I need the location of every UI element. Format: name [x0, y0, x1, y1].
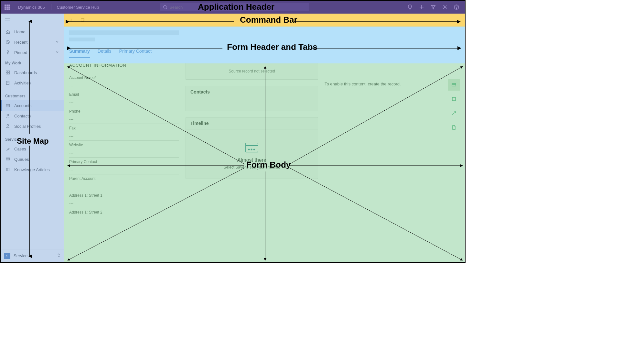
sitemap-item-home[interactable]: Home: [1, 27, 64, 37]
sitemap-group-customers: Customers: [1, 91, 64, 100]
svg-rect-22: [8, 71, 9, 72]
svg-rect-6: [5, 8, 6, 10]
right-tool-rail: [448, 79, 460, 133]
sitemap-item-social-profiles[interactable]: Social Profiles: [1, 121, 64, 131]
lightbulb-icon[interactable]: [404, 1, 416, 14]
field-label: Primary Contact: [69, 160, 179, 164]
right-column: To enable this content, create the recor…: [325, 63, 460, 257]
field-label: Email: [69, 92, 179, 97]
svg-rect-5: [8, 6, 10, 8]
svg-rect-8: [8, 8, 10, 10]
plus-icon[interactable]: [416, 1, 427, 14]
app-launcher-icon[interactable]: [1, 1, 14, 14]
svg-rect-1: [6, 5, 8, 6]
sitemap-item-pinned[interactable]: Pinned: [1, 47, 64, 58]
timeline-empty-icon: [244, 141, 259, 154]
field-label: Address 1: Street 2: [69, 210, 179, 215]
app-name-label[interactable]: Customer Service Hub: [53, 5, 102, 10]
field-phone[interactable]: Phone---: [69, 107, 179, 124]
search-input[interactable]: [169, 5, 306, 10]
field-label: Website: [69, 143, 179, 147]
timeline-title: Timeline: [186, 117, 318, 129]
field-parent-account[interactable]: Parent Account---: [69, 174, 179, 191]
svg-rect-21: [6, 71, 7, 72]
header-divider: [51, 4, 51, 10]
sitemap-item-cases[interactable]: Cases: [1, 144, 64, 154]
tab-details[interactable]: Details: [98, 47, 112, 58]
sitemap: HomeRecentPinned My WorkDashboardsActivi…: [1, 14, 64, 262]
contacts-card: Contacts: [186, 86, 318, 111]
sitemap-item-label: Knowledge Articles: [14, 167, 50, 172]
sitemap-item-label: Recent: [14, 40, 27, 45]
form-tabs: SummaryDetailsPrimary Contact: [69, 47, 460, 58]
field-value: ---: [69, 117, 179, 122]
open-in-new-icon[interactable]: [78, 15, 87, 25]
sitemap-item-dashboards[interactable]: Dashboards: [1, 67, 64, 78]
svg-rect-34: [81, 18, 84, 21]
field-email[interactable]: Email---: [69, 90, 179, 107]
rail-doc-icon[interactable]: [448, 122, 460, 133]
area-badge: S: [4, 253, 10, 259]
svg-rect-32: [6, 158, 10, 159]
tab-summary[interactable]: Summary: [69, 47, 90, 58]
field-label: Address 1: Street 1: [69, 193, 179, 198]
rail-window-icon[interactable]: [448, 93, 460, 105]
svg-line-10: [166, 8, 167, 9]
social-icon: [5, 124, 10, 129]
field-label: Phone: [69, 109, 179, 114]
sitemap-item-label: Accounts: [14, 103, 31, 108]
field-website[interactable]: Website---: [69, 141, 179, 158]
svg-point-38: [251, 149, 252, 150]
filter-icon[interactable]: [427, 1, 439, 14]
svg-rect-28: [6, 105, 10, 107]
field-value: ---: [69, 100, 179, 105]
right-note: To enable this content, create the recor…: [325, 63, 460, 86]
svg-rect-2: [8, 5, 10, 6]
svg-rect-24: [8, 73, 9, 74]
contacts-empty: [186, 98, 318, 111]
svg-point-31: [7, 125, 8, 126]
gear-icon[interactable]: [439, 1, 451, 14]
header-right-icons: [404, 1, 462, 14]
tab-primary-contact[interactable]: Primary Contact: [119, 47, 152, 58]
field-address-1-street-2[interactable]: Address 1: Street 2: [69, 208, 179, 220]
account-info-title: ACCOUNT INFORMATION: [69, 63, 179, 68]
field-label: Parent Account: [69, 176, 179, 181]
field-primary-contact[interactable]: Primary Contact---: [69, 158, 179, 174]
svg-rect-35: [246, 143, 258, 152]
sitemap-item-recent[interactable]: Recent: [1, 37, 64, 47]
rail-card-icon[interactable]: [448, 79, 460, 91]
sitemap-item-contacts[interactable]: Contacts: [1, 111, 64, 121]
record-subtitle-placeholder: [69, 38, 95, 41]
sitemap-item-knowledge-articles[interactable]: Knowledge Articles: [1, 164, 64, 175]
sitemap-item-label: Pinned: [14, 50, 27, 55]
field-address-1-street-1[interactable]: Address 1: Street 1---: [69, 191, 179, 208]
queue-icon: [5, 157, 10, 162]
field-fax[interactable]: Fax---: [69, 124, 179, 141]
field-value: ---: [69, 134, 179, 138]
sitemap-item-accounts[interactable]: Accounts: [1, 100, 64, 111]
global-search[interactable]: [160, 3, 309, 11]
hamburger-icon[interactable]: [1, 14, 64, 27]
rail-wrench-icon[interactable]: [448, 107, 460, 119]
help-icon[interactable]: [451, 1, 462, 14]
form-body: ACCOUNT INFORMATION Account Name*---Emai…: [64, 58, 465, 262]
field-value: ---: [69, 184, 179, 189]
contacts-title: Contacts: [186, 86, 318, 98]
svg-point-39: [254, 149, 255, 150]
command-bar: [64, 14, 465, 27]
brand-label[interactable]: Dynamics 365: [14, 5, 49, 10]
sitemap-item-label: Contacts: [14, 114, 31, 118]
kb-icon: [5, 167, 10, 172]
dashboard-icon: [5, 70, 10, 75]
main-area: SummaryDetailsPrimary Contact ACCOUNT IN…: [64, 14, 465, 262]
sitemap-item-label: Home: [14, 29, 26, 34]
field-label: Account Name*: [69, 75, 179, 80]
field-account-name-[interactable]: Account Name*---: [69, 73, 179, 90]
sitemap-item-queues[interactable]: Queues: [1, 154, 64, 164]
svg-rect-0: [5, 5, 6, 6]
sitemap-item-activities[interactable]: Activities: [1, 78, 64, 88]
sitemap-area-switcher[interactable]: S Service: [1, 249, 64, 262]
back-icon[interactable]: [67, 15, 76, 25]
timeline-subtext: Select Save to see your timeline.: [224, 165, 280, 170]
